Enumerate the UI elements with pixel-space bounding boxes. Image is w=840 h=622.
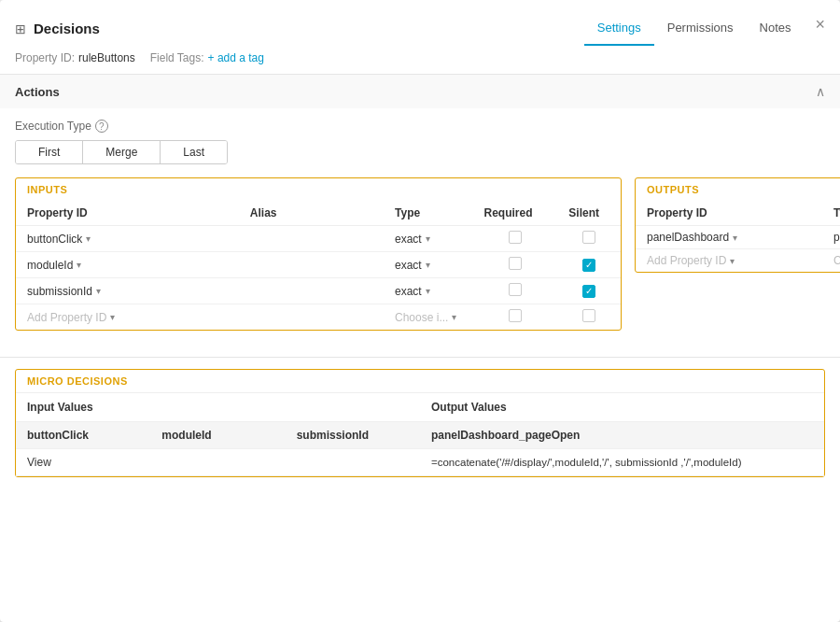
input-type-placeholder[interactable]: Choose i... — [395, 311, 448, 324]
inputs-col-type: Type — [384, 201, 473, 226]
outputs-box: OUTPUTS Property ID Type — [635, 177, 840, 273]
micro-decisions-table: Input Values Output Values buttonClick m… — [16, 392, 824, 476]
input-silent-cb-2[interactable]: ✓ — [582, 259, 595, 272]
output-add-dropdown[interactable]: ▾ — [730, 256, 735, 266]
micro-formula: =concatenate('/#/display/',moduleId,'/',… — [431, 457, 741, 468]
actions-section-body: Execution Type ? First Merge Last INPUTS — [0, 108, 840, 357]
toggle-first[interactable]: First — [16, 141, 83, 163]
chevron-up-icon: ∧ — [816, 84, 825, 99]
input-type-dropdown-3[interactable]: ▾ — [426, 286, 430, 296]
inputs-col-property: Property ID — [16, 201, 239, 226]
input-property-dropdown-1[interactable]: ▾ — [86, 233, 91, 244]
micro-input-values-header: Input Values — [16, 393, 420, 422]
input-type-dropdown-2[interactable]: ▾ — [426, 260, 430, 270]
execution-type-label: Execution Type — [15, 120, 91, 133]
micro-input1-col3 — [286, 449, 420, 476]
inputs-col-required: Required — [473, 201, 558, 226]
property-id-label: Property ID: — [15, 51, 75, 64]
inputs-col-alias: Alias — [239, 201, 384, 226]
grid-icon: ⊞ — [15, 21, 26, 36]
inputs-label: INPUTS — [16, 178, 621, 201]
inputs-box: INPUTS Property ID Alias Type Required S… — [15, 177, 622, 331]
help-icon[interactable]: ? — [95, 120, 108, 133]
actions-section-title: Actions — [15, 85, 60, 99]
outputs-table: Property ID Type panelDashboard ▾ — [636, 201, 840, 272]
outputs-col-type: Type — [822, 201, 840, 226]
modal-title: Decisions — [34, 21, 100, 36]
micro-col-moduleid: moduleId — [150, 422, 285, 449]
micro-col-buttonclick: buttonClick — [16, 422, 150, 449]
micro-data-row-1: View =concatenate('/#/display/',moduleId… — [16, 449, 824, 476]
input-type-1: exact — [395, 233, 422, 246]
input-alias-3 — [239, 278, 384, 304]
input-alias-1 — [239, 226, 384, 252]
actions-section-header[interactable]: Actions ∧ — [0, 75, 840, 108]
output-type-1: pageOpen — [833, 231, 840, 244]
input-property-dropdown-3[interactable]: ▾ — [96, 286, 101, 296]
input-property-3: submissionId — [27, 285, 92, 298]
output-property-dropdown-1[interactable]: ▾ — [733, 233, 737, 243]
input-required-add[interactable] — [509, 309, 522, 322]
input-add-row: Add Property ID ▾ Choose i... ▾ — [16, 304, 621, 331]
input-silent-cb-1[interactable] — [582, 231, 595, 244]
input-row-1: buttonClick ▾ exact ▾ — [16, 226, 621, 252]
micro-col-output: panelDashboard_pageOpen — [420, 422, 824, 449]
micro-decisions-box: MICRO DECISIONS Input Values Output Valu… — [15, 369, 825, 477]
field-tags-label: Field Tags: — [150, 51, 204, 64]
micro-input1-col2 — [150, 449, 285, 476]
input-silent-add[interactable] — [582, 309, 595, 322]
add-tag-button[interactable]: + add a tag — [208, 51, 264, 64]
inputs-table: Property ID Alias Type Required Silent — [16, 201, 621, 330]
input-required-cb-3[interactable] — [509, 283, 522, 296]
outputs-col-property: Property ID — [636, 201, 822, 226]
input-add-alias — [239, 304, 384, 331]
input-type-2: exact — [395, 259, 422, 272]
inputs-col-silent: Silent — [557, 201, 621, 226]
output-row-1: panelDashboard ▾ pageOpen ▾ — [636, 226, 840, 249]
output-add-placeholder[interactable]: Add Property ID — [647, 254, 726, 267]
output-add-row: Add Property ID ▾ Choose output type ▾ — [636, 249, 840, 273]
decisions-modal: ⊞ Decisions Settings Permissions Notes ×… — [0, 0, 840, 622]
execution-type-toggle: First Merge Last — [15, 140, 228, 164]
tab-settings[interactable]: Settings — [584, 11, 654, 46]
input-row-3: submissionId ▾ exact ▾ — [16, 278, 621, 304]
input-property-1: buttonClick — [27, 233, 82, 246]
micro-input1-col1: View — [16, 449, 150, 476]
input-required-cb-1[interactable] — [509, 231, 522, 244]
input-silent-cb-3[interactable]: ✓ — [582, 285, 595, 298]
input-add-placeholder[interactable]: Add Property ID — [27, 311, 106, 324]
input-type-add-dropdown[interactable]: ▾ — [452, 312, 456, 322]
input-required-cb-2[interactable] — [509, 257, 522, 270]
input-property-dropdown-2[interactable]: ▾ — [77, 260, 81, 270]
tab-permissions[interactable]: Permissions — [654, 11, 747, 46]
execution-type-row: Execution Type ? — [15, 120, 825, 133]
micro-output-values-header: Output Values — [420, 393, 824, 422]
micro-decisions-label: MICRO DECISIONS — [16, 370, 824, 392]
modal-body: Actions ∧ Execution Type ? First Merge L… — [0, 75, 840, 622]
micro-subheader-row: buttonClick moduleId submissionId panelD… — [16, 422, 824, 449]
output-property-1: panelDashboard — [647, 231, 729, 244]
input-add-dropdown[interactable]: ▾ — [110, 312, 115, 322]
actions-section: Actions ∧ Execution Type ? First Merge L… — [0, 75, 840, 358]
input-alias-2 — [239, 252, 384, 278]
micro-output1-col1: =concatenate('/#/display/',moduleId,'/',… — [420, 449, 824, 476]
toggle-merge[interactable]: Merge — [83, 141, 161, 163]
tabs-nav: Settings Permissions Notes — [584, 11, 805, 46]
tab-notes[interactable]: Notes — [747, 11, 805, 46]
input-type-3: exact — [395, 285, 422, 298]
input-row-2: moduleId ▾ exact ▾ — [16, 252, 621, 278]
close-button[interactable]: × — [815, 16, 825, 33]
toggle-last[interactable]: Last — [161, 141, 227, 163]
output-type-placeholder[interactable]: Choose output type — [833, 254, 840, 267]
micro-col-submissionid: submissionId — [286, 422, 420, 449]
outputs-label: OUTPUTS — [636, 178, 840, 201]
input-type-dropdown-1[interactable]: ▾ — [426, 233, 430, 244]
input-property-2: moduleId — [27, 259, 73, 272]
property-id-value: ruleButtons — [78, 51, 135, 64]
